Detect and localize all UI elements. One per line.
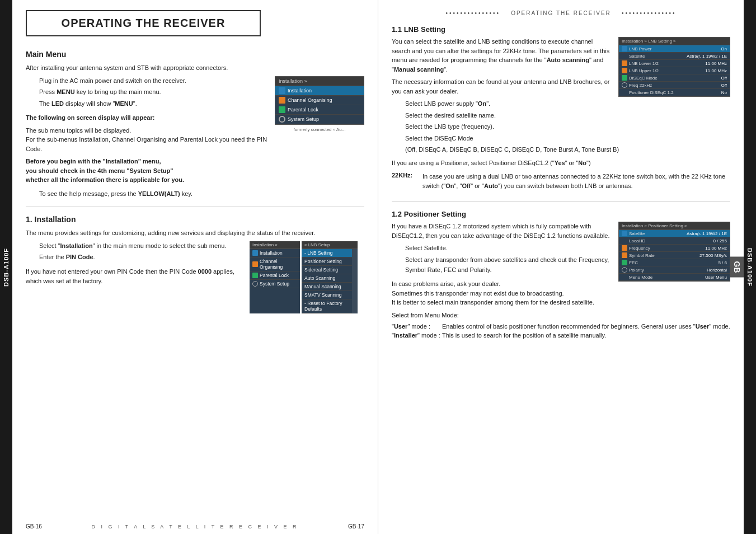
main-menu-intro: After installing your antenna system and… [26,63,364,73]
gb-label: GB [732,261,741,273]
installation-section: 1. Installation The menu provides settin… [26,215,364,285]
pos-row-polarity: Polarity Horizontal [619,266,730,274]
install-item-syssetup: System Setup [250,280,300,288]
user-mode-row: "User" mode : Enables control of basic p… [392,323,730,330]
pos-label-menumode: Menu Mode [629,275,693,280]
lnb-menu-box: Installation » LNB Setting » LNB Power O… [618,37,730,97]
separator-right [392,202,730,202]
pos-value-satellite: Astra(r. 1 19W2 / 1E [687,231,727,236]
lnb-label-diseqc: DiSEqC Mode [629,76,693,81]
left-page-num: GB-16 [26,523,42,530]
pos-icon-3 [622,245,627,251]
pos-value-localid: 0 / 255 [693,238,727,243]
lnb-row-positioner: Positioner DiSEqC 1.2 No [619,89,730,96]
installer-mode-label: "Installer" mode : [392,332,442,339]
install-left-menu: Installation » Installation Channel Orga… [250,241,300,313]
lnb-icon-3 [622,60,627,66]
lnb-label-lower: LNB Lower 1/2 [629,61,693,66]
lnb-label-upper: LNB Upper 1/2 [629,68,693,73]
install-right-item-2: Positioner Setting [302,257,352,266]
user-mode-label: "User" mode : [392,323,442,330]
install-item-channel: Channel Organising [250,257,300,271]
pos-icon-5 [622,260,627,265]
pos-label-satellite: Satellite [629,231,687,236]
lnb-value-diseqc: Off [693,76,727,81]
right-page: ••••••••••••••• OPERATING THE RECEIVER •… [378,0,744,534]
install-right-label-6: SMATV Scanning [304,292,341,298]
lnb-menu-header: Installation » LNB Setting » [619,38,730,45]
install-right-label-3: Sidereal Setting [304,267,338,273]
install-right-label-2: Positioner Setting [304,259,342,264]
install-item-parental: Parental Lock [250,271,300,280]
left-side-tab: DSB-A100F [0,0,12,534]
main-title: OPERATING THE RECEIVER [38,17,248,30]
right-header-text: OPERATING THE RECEIVER [511,10,611,16]
install-right-menu: » LNB Setup - LNB Setting Positioner Set… [302,241,358,313]
pos-value-polarity: Horizontal [693,268,727,273]
positioner-section: 1.2 Positioner Setting Installation » Po… [392,210,730,341]
installer-mode-desc: This is used to search for the position … [442,332,606,339]
lnb-section: 1.1 LNB Setting Installation » LNB Setti… [392,25,730,194]
lnb-positioner-note: If you are using a Positioner, select Po… [392,158,730,168]
install-right-item-6: SMATV Scanning [302,291,352,299]
pos-icon-1 [622,231,627,236]
lnb-row-upper: LNB Upper 1/2 11.00 MHz [619,67,730,74]
lnb-row-lower: LNB Lower 1/2 11.00 MHz [619,60,730,67]
positioner-title: 1.2 Positioner Setting [392,210,730,218]
lnb-label-freq: Freq 22kHz [629,83,693,88]
lnb-value-freq: Off [693,83,727,88]
main-title-box: OPERATING THE RECEIVER [26,10,261,36]
lnb-label-positioner: Positioner DiSEqC 1.2 [629,90,693,95]
lnb-icon-6 [622,82,627,88]
left-footer: GB-16 D I G I T A L S A T E L L I T E R … [26,523,364,530]
pos-label-localid: Local ID [629,238,693,243]
main-menu-title: Main Menu [26,50,364,59]
positioner-menu-box: Installation » Positioner Setting » Sate… [618,222,730,282]
menu-item-channel-label: Channel Organising [288,97,332,103]
lnb-icon-7 [622,90,627,95]
gb-tab: GB [730,257,744,278]
install-icon-4 [252,281,258,287]
lnb-row-satellite: Satellite Astra(r. 1 19W2 / 1E [619,53,730,60]
pos-label-fec: FEC [629,260,693,265]
khz-label: 22KHz: [392,172,422,190]
pos-select-menu: Select from Menu Mode: [392,311,730,320]
pos-problems: In case problems arise, ask your dealer.… [392,279,730,307]
menu-box: Installation » Installation Channel Orga… [275,76,364,125]
install-right-item-7: - Reset to Factory Defaults [302,299,352,313]
menu-item-parental-label: Parental Lock [288,107,318,113]
pos-row-satellite: Satellite Astra(r. 1 19W2 / 1E [619,230,730,237]
lnb-step-4: Select the DiSEqC Mode [392,134,730,144]
install-right-header: » LNB Setup [302,241,358,249]
install-item-installation: Installation [250,249,300,257]
separator-1 [26,207,364,207]
pos-row-freq: Frequency 11.00 MHz [619,245,730,252]
menu-item-parental: Parental Lock [275,105,364,115]
install-right-item-3: Sidereal Setting [302,266,352,274]
lnb-row-freq: Freq 22kHz Off [619,82,730,89]
khz-text: In case you are using a dual LNB or two … [422,172,730,190]
khz-note: 22KHz: In case you are using a dual LNB … [392,172,730,190]
install-menu-container: Installation » Installation Channel Orga… [250,241,364,313]
menu-item-label: Installation [288,88,312,93]
pos-value-menumode: User Menu [693,275,727,280]
right-page-num: GB-17 [348,523,364,530]
install-icon-1 [252,250,258,256]
menu-icon-system [279,116,285,123]
lnb-step-1: Select LNB power supply "On". [392,99,730,109]
install-icon-3 [252,273,258,278]
install-label-1: Installation [260,250,283,256]
pos-row-symbol: Symbol Rate 27.500 MSy/s [619,252,730,259]
dots-left: ••••••••••••••• [446,10,501,16]
install-label-4: System Setup [260,281,289,287]
pos-value-freq: 11.00 MHz [693,246,727,251]
lnb-icon-4 [622,68,627,73]
lnb-label-power: LNB Power [629,46,693,51]
pos-value-symbol: 27.500 MSy/s [693,253,727,258]
menu-item-system: System Setup [275,115,364,124]
installer-mode-row: "Installer" mode : This is used to searc… [392,332,730,339]
lnb-value-lower: 11.00 MHz [693,61,727,66]
pos-icon-4 [622,252,627,258]
pos-value-fec: 5 / 6 [693,260,727,265]
pos-icon-7 [622,274,627,280]
